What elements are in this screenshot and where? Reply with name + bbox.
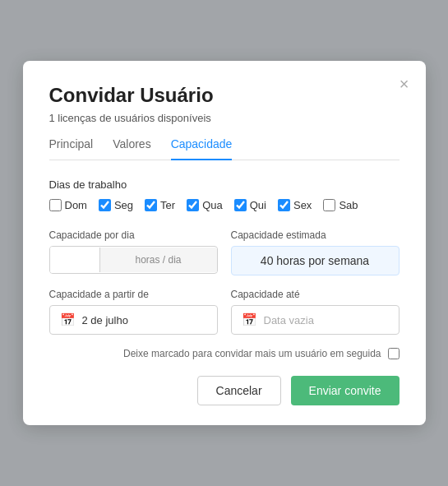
capacity-per-day-label: Capacidade por dia [49,229,218,241]
day-qui-checkbox[interactable] [234,199,247,211]
capacity-until-placeholder: Data vazia [264,314,314,326]
day-sab-checkbox[interactable] [323,199,335,211]
capacity-per-day-input-wrapper[interactable]: 8 horas / dia [49,246,218,274]
actions-row: Cancelar Enviar convite [49,376,400,405]
capacity-until-group: Capacidade até 📅 Data vazia [231,289,400,335]
day-dom-checkbox[interactable] [49,199,62,211]
day-qui[interactable]: Qui [234,199,266,211]
modal-subtitle: 1 licenças de usuários disponíveis [49,112,400,124]
day-qua[interactable]: Qua [187,199,223,211]
capacity-from-group: Capacidade a partir de 📅 2 de julho [49,289,218,335]
day-seg-checkbox[interactable] [99,199,111,211]
keep-label: Deixe marcado para convidar mais um usuá… [123,348,381,359]
day-dom[interactable]: Dom [49,199,87,211]
capacity-until-label: Capacidade até [231,289,400,300]
day-qua-label: Qua [202,199,223,211]
day-sab[interactable]: Sab [323,199,358,211]
day-seg[interactable]: Seg [99,199,133,211]
day-sab-label: Sab [339,199,358,211]
estimated-capacity-label: Capacidade estimada [231,229,400,241]
capacity-per-day-group: Capacidade por dia 8 horas / dia [49,229,218,275]
close-button[interactable]: × [400,76,409,92]
work-days-row: Dom Seg Ter Qua Qui Sex [49,199,400,211]
capacity-row-2: Capacidade a partir de 📅 2 de julho Capa… [49,289,400,335]
day-qui-label: Qui [250,199,266,211]
day-ter-label: Ter [160,199,175,211]
capacity-per-day-input[interactable]: 8 [50,247,99,273]
day-sex-label: Sex [293,199,312,211]
capacity-row-1: Capacidade por dia 8 horas / dia Capacid… [49,229,400,275]
day-seg-label: Seg [114,199,133,211]
work-days-label: Dias de trabalho [49,178,400,191]
capacity-from-value: 2 de julho [82,314,128,326]
cancel-button[interactable]: Cancelar [197,376,281,405]
tab-valores[interactable]: Valores [113,137,150,160]
day-ter-checkbox[interactable] [145,199,157,211]
keep-checkbox[interactable] [388,348,400,359]
invite-user-modal: × Convidar Usuário 1 licenças de usuário… [23,61,426,425]
day-sex[interactable]: Sex [278,199,312,211]
capacity-per-day-suffix: horas / dia [99,248,217,272]
estimated-capacity-value: 40 horas por semana [231,246,400,275]
modal-overlay: × Convidar Usuário 1 licenças de usuário… [0,0,448,486]
keep-inviting-row: Deixe marcado para convidar mais um usuá… [49,348,400,359]
calendar-icon-from: 📅 [60,312,76,327]
send-invite-button[interactable]: Enviar convite [291,376,400,405]
modal-title: Convidar Usuário [49,84,400,107]
day-sex-checkbox[interactable] [278,199,290,211]
tabs-bar: Principal Valores Capacidade [49,137,400,160]
capacity-from-input[interactable]: 📅 2 de julho [49,305,218,335]
capacity-until-input[interactable]: 📅 Data vazia [231,305,400,335]
day-dom-label: Dom [65,199,87,211]
day-qua-checkbox[interactable] [187,199,199,211]
calendar-icon-until: 📅 [242,312,257,327]
estimated-capacity-group: Capacidade estimada 40 horas por semana [231,229,400,275]
tab-capacidade[interactable]: Capacidade [171,137,233,160]
day-ter[interactable]: Ter [145,199,175,211]
capacity-from-label: Capacidade a partir de [49,289,218,300]
tab-principal[interactable]: Principal [49,137,94,160]
